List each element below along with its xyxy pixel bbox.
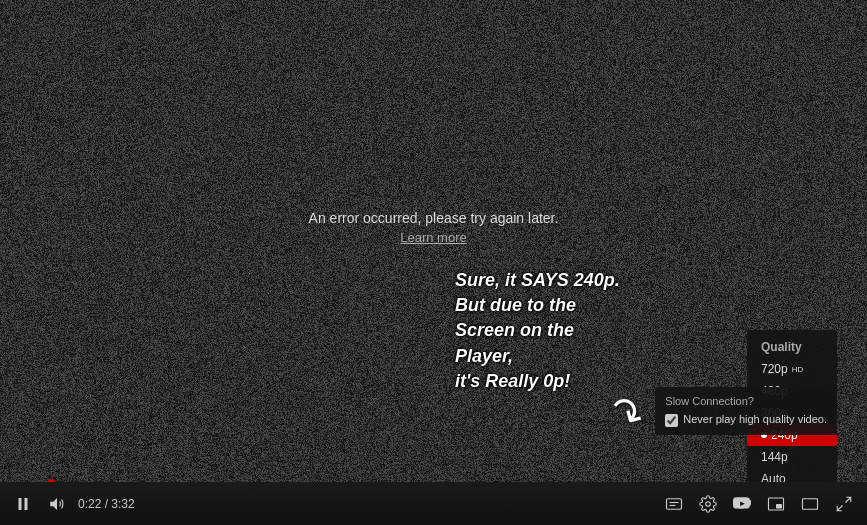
settings-button[interactable] bbox=[695, 493, 721, 515]
time-display: 0:22 / 3:32 bbox=[78, 497, 135, 511]
quality-header: Quality bbox=[747, 336, 837, 358]
annotation-line2: But due to the bbox=[455, 295, 576, 315]
svg-point-6 bbox=[706, 501, 711, 506]
gear-icon bbox=[699, 495, 717, 513]
control-bar: 0:22 / 3:32 bbox=[0, 482, 867, 525]
svg-rect-1 bbox=[25, 498, 28, 510]
slow-connection-panel: Slow Connection? Never play high quality… bbox=[655, 387, 837, 435]
never-play-high-checkbox[interactable] bbox=[665, 414, 678, 427]
volume-icon bbox=[48, 495, 66, 513]
miniplayer-icon bbox=[767, 495, 785, 513]
youtube-icon bbox=[733, 495, 751, 513]
quality-720p[interactable]: 720pHD bbox=[747, 358, 837, 380]
svg-rect-0 bbox=[19, 498, 22, 510]
theater-icon bbox=[801, 495, 819, 513]
error-overlay: An error occurred, please try again late… bbox=[309, 210, 559, 245]
error-text: An error occurred, please try again late… bbox=[309, 210, 559, 226]
slow-connection-title: Slow Connection? bbox=[665, 395, 827, 407]
volume-button[interactable] bbox=[44, 493, 70, 515]
svg-rect-8 bbox=[776, 504, 782, 509]
svg-rect-9 bbox=[803, 498, 818, 509]
quality-144p[interactable]: 144p bbox=[747, 446, 837, 468]
annotation-line1: Sure, it SAYS 240p. bbox=[455, 270, 620, 290]
subtitles-button[interactable] bbox=[661, 493, 687, 515]
slow-connection-option: Never play high quality video. bbox=[665, 413, 827, 427]
pause-icon bbox=[14, 495, 32, 513]
never-play-high-label: Never play high quality video. bbox=[683, 413, 827, 425]
play-pause-button[interactable] bbox=[10, 493, 36, 515]
svg-line-10 bbox=[846, 497, 851, 502]
annotation-line3: Screen on the Player, bbox=[455, 320, 574, 365]
svg-line-11 bbox=[837, 505, 842, 510]
svg-rect-3 bbox=[667, 498, 682, 509]
svg-marker-2 bbox=[50, 498, 57, 510]
theater-button[interactable] bbox=[797, 493, 823, 515]
annotation-line4: it's Really 0p! bbox=[455, 371, 570, 391]
fullscreen-button[interactable] bbox=[831, 493, 857, 515]
miniplayer-button[interactable] bbox=[763, 493, 789, 515]
learn-more-link[interactable]: Learn more bbox=[309, 230, 559, 245]
fullscreen-icon bbox=[835, 495, 853, 513]
youtube-button[interactable] bbox=[729, 493, 755, 515]
subtitles-icon bbox=[665, 495, 683, 513]
annotation-text: Sure, it SAYS 240p. But due to the Scree… bbox=[455, 268, 635, 394]
right-controls bbox=[661, 493, 857, 515]
